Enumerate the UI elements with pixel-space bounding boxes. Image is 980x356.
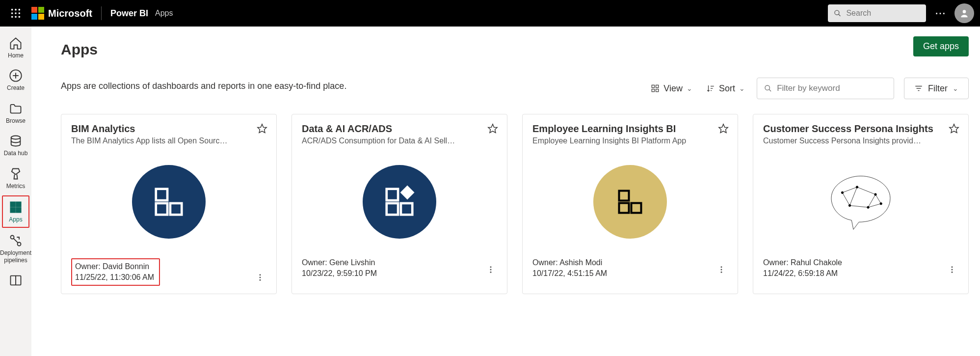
owner-block: Owner: David Bonnin11/25/22, 11:30:06 AM bbox=[71, 258, 160, 286]
filter-keyword-input[interactable] bbox=[777, 83, 887, 93]
card-more-icon[interactable] bbox=[715, 263, 728, 278]
header-divider bbox=[101, 6, 102, 20]
section-name[interactable]: Apps bbox=[155, 9, 173, 18]
nav-home[interactable]: Home bbox=[0, 31, 31, 64]
top-bar: Microsoft Power BI Apps ⋯ bbox=[0, 0, 980, 27]
svg-point-37 bbox=[260, 274, 261, 275]
global-search-input[interactable] bbox=[846, 9, 920, 18]
owner-block: Owner: Ashish Modi10/17/22, 4:51:15 AM bbox=[532, 258, 607, 278]
nav-pipelines-label: Deployment pipelines bbox=[0, 249, 31, 264]
favorite-icon[interactable] bbox=[949, 123, 959, 136]
nav-metrics[interactable]: Metrics bbox=[0, 162, 31, 194]
microsoft-brand-text: Microsoft bbox=[48, 8, 92, 19]
nav-apps-label: Apps bbox=[9, 216, 22, 223]
svg-rect-43 bbox=[401, 203, 412, 215]
nav-browse[interactable]: Browse bbox=[0, 97, 31, 129]
user-avatar[interactable] bbox=[954, 3, 974, 23]
product-name[interactable]: Power BI bbox=[110, 8, 148, 19]
card-timestamp: 11/25/22, 11:30:06 AM bbox=[75, 273, 154, 282]
grid-view-icon bbox=[651, 84, 660, 93]
owner-block: Owner: Rahul Chakole11/24/22, 6:59:18 AM bbox=[763, 258, 842, 278]
svg-point-2 bbox=[19, 9, 21, 11]
svg-point-45 bbox=[490, 266, 492, 268]
page-subtitle: Apps are collections of dashboards and r… bbox=[61, 81, 346, 91]
svg-point-9 bbox=[835, 10, 839, 15]
global-search[interactable] bbox=[828, 4, 926, 22]
app-card[interactable]: Employee Learning Insights BIEmployee Le… bbox=[522, 114, 738, 294]
svg-point-1 bbox=[15, 9, 17, 11]
card-timestamp: 11/24/22, 6:59:18 AM bbox=[763, 269, 842, 278]
svg-point-70 bbox=[952, 266, 953, 268]
favorite-icon[interactable] bbox=[487, 123, 498, 136]
nav-metrics-label: Metrics bbox=[6, 183, 26, 190]
svg-rect-42 bbox=[387, 203, 398, 215]
view-dropdown[interactable]: View ⌄ bbox=[649, 81, 694, 97]
app-card[interactable]: BIM AnalyticsThe BIM Analytics App lists… bbox=[61, 114, 277, 294]
view-label: View bbox=[663, 83, 683, 94]
card-owner: Owner: Ashish Modi bbox=[532, 258, 607, 267]
svg-point-0 bbox=[11, 9, 13, 11]
svg-line-64 bbox=[843, 192, 850, 205]
nav-datahub[interactable]: Data hub bbox=[0, 129, 31, 162]
card-title: Data & AI ACR/ADS bbox=[302, 123, 497, 135]
svg-point-72 bbox=[952, 272, 953, 273]
card-owner: Owner: Gene Livshin bbox=[302, 258, 377, 267]
get-apps-button[interactable]: Get apps bbox=[913, 36, 969, 56]
main-content: Get apps Apps Apps are collections of da… bbox=[31, 27, 980, 356]
svg-point-8 bbox=[19, 16, 21, 18]
nav-pipelines[interactable]: Deployment pipelines bbox=[0, 229, 31, 269]
cards-container: BIM AnalyticsThe BIM Analytics App lists… bbox=[61, 114, 969, 294]
nav-browse-label: Browse bbox=[6, 117, 26, 124]
left-nav: Home Create Browse Data hub Metrics Apps… bbox=[0, 27, 31, 356]
svg-line-65 bbox=[850, 206, 869, 208]
svg-line-10 bbox=[839, 14, 841, 16]
sort-dropdown[interactable]: Sort ⌄ bbox=[704, 81, 747, 97]
svg-marker-55 bbox=[950, 124, 958, 133]
favorite-icon[interactable] bbox=[257, 123, 267, 136]
svg-line-29 bbox=[769, 89, 771, 91]
card-more-icon[interactable] bbox=[946, 263, 958, 278]
sort-icon bbox=[706, 84, 715, 93]
svg-rect-41 bbox=[387, 189, 398, 200]
app-launcher-icon[interactable] bbox=[6, 3, 26, 23]
svg-line-62 bbox=[843, 187, 857, 192]
chevron-down-icon: ⌄ bbox=[687, 84, 692, 92]
filter-button[interactable]: Filter ⌄ bbox=[904, 78, 969, 99]
chevron-down-icon: ⌄ bbox=[953, 84, 958, 92]
svg-rect-17 bbox=[16, 202, 21, 206]
nav-create[interactable]: Create bbox=[0, 64, 31, 96]
svg-rect-36 bbox=[170, 203, 182, 215]
svg-rect-34 bbox=[156, 189, 167, 200]
filter-keyword[interactable] bbox=[757, 78, 894, 99]
filter-icon bbox=[914, 84, 923, 93]
microsoft-logo-icon bbox=[31, 7, 44, 20]
svg-point-54 bbox=[721, 272, 722, 273]
search-icon bbox=[834, 9, 841, 18]
card-more-icon[interactable] bbox=[254, 271, 266, 286]
svg-point-6 bbox=[11, 16, 13, 18]
svg-rect-35 bbox=[156, 203, 167, 215]
more-options-icon[interactable]: ⋯ bbox=[935, 7, 946, 20]
svg-rect-27 bbox=[656, 89, 659, 92]
nav-datahub-label: Data hub bbox=[4, 150, 28, 157]
microsoft-logo[interactable]: Microsoft bbox=[31, 7, 92, 20]
svg-point-39 bbox=[260, 279, 261, 281]
svg-marker-48 bbox=[719, 124, 728, 133]
nav-extra[interactable] bbox=[0, 269, 31, 292]
svg-line-63 bbox=[857, 187, 876, 194]
favorite-icon[interactable] bbox=[718, 123, 729, 136]
svg-point-15 bbox=[11, 136, 21, 139]
card-description: Customer Success Persona Insights provid… bbox=[763, 137, 940, 145]
owner-block: Owner: Gene Livshin10/23/22, 9:59:10 PM bbox=[302, 258, 377, 278]
app-card[interactable]: Data & AI ACR/ADSACR/ADS Consumption for… bbox=[291, 114, 507, 294]
svg-rect-50 bbox=[619, 203, 629, 213]
card-title: Employee Learning Insights BI bbox=[532, 123, 728, 135]
nav-apps[interactable]: Apps bbox=[2, 195, 29, 228]
card-timestamp: 10/17/22, 4:51:15 AM bbox=[532, 269, 607, 278]
card-more-icon[interactable] bbox=[484, 263, 497, 278]
sort-label: Sort bbox=[719, 83, 735, 94]
svg-point-71 bbox=[952, 269, 953, 271]
app-card[interactable]: Customer Success Persona InsightsCustome… bbox=[753, 114, 969, 294]
nav-home-label: Home bbox=[8, 52, 24, 59]
svg-point-4 bbox=[15, 12, 17, 14]
